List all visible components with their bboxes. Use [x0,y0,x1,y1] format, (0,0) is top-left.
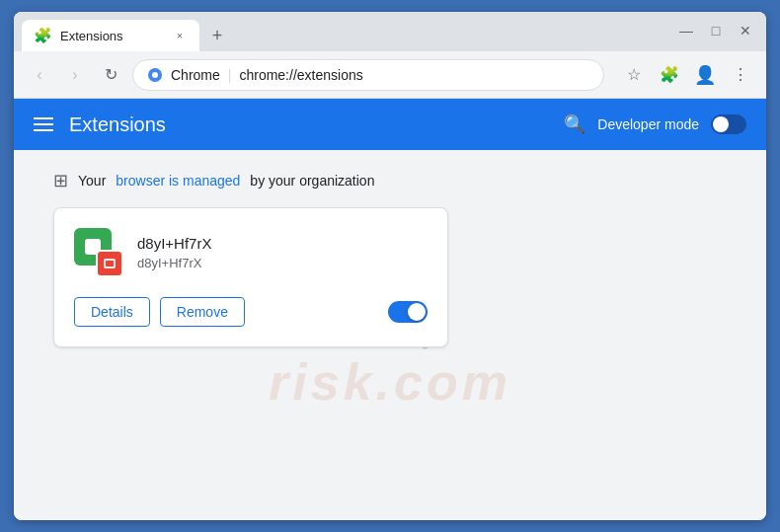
back-button[interactable]: ‹ [26,61,53,89]
tab-title: Extensions [60,29,164,43]
extensions-puzzle-icon[interactable]: 🧩 [656,61,683,89]
extension-icon-wrapper [74,228,123,277]
chrome-label: Chrome [171,67,220,83]
reload-button[interactable]: ↻ [97,61,124,89]
developer-mode-label: Developer mode [597,116,699,132]
managed-grid-icon: ⊞ [53,170,68,191]
tab-close-button[interactable]: × [172,28,188,43]
url-text: chrome://extensions [239,67,362,83]
main-content: 🔍 risk.com ⊞ Your browser is managed by … [14,150,766,520]
address-divider: | [228,67,232,83]
hamburger-line-3 [34,129,53,131]
developer-mode-toggle[interactable] [711,114,746,134]
extension-toggle-knob [408,303,426,321]
window-controls: — □ ✕ [677,22,754,39]
extensions-header: Extensions 🔍 Developer mode [14,99,766,150]
extension-card: d8yI+Hf7rX d8yI+Hf7rX Details Remove [53,207,448,347]
managed-notice: ⊞ Your browser is managed by your organi… [53,170,727,191]
tab-extension-icon: 🧩 [34,27,52,44]
extension-text: d8yI+Hf7rX d8yI+Hf7rX [137,235,211,270]
forward-button[interactable]: › [61,61,89,89]
minimize-button[interactable]: — [677,22,695,39]
profile-icon[interactable]: 👤 [691,61,719,89]
hamburger-menu[interactable] [34,117,53,131]
address-field[interactable]: Chrome | chrome://extensions [132,59,604,91]
menu-icon[interactable]: ⋮ [727,61,754,89]
hamburger-line-2 [34,123,53,125]
address-icons: ☆ 🧩 👤 ⋮ [620,61,754,89]
extension-badge-icon [96,250,123,277]
toggle-knob [713,116,729,132]
extension-id: d8yI+Hf7rX [137,256,211,270]
managed-link[interactable]: browser is managed [116,173,240,189]
extension-name: d8yI+Hf7rX [137,235,211,252]
badge-icon-svg [103,257,117,270]
svg-rect-4 [106,261,114,266]
browser-tab[interactable]: 🧩 Extensions × [22,20,199,51]
title-bar: 🧩 Extensions × + — □ ✕ [14,12,766,51]
address-bar: ‹ › ↻ Chrome | chrome://extensions ☆ 🧩 👤… [14,51,766,99]
extension-info: d8yI+Hf7rX d8yI+Hf7rX [74,228,428,277]
extensions-page-title: Extensions [69,114,166,136]
header-right: 🔍 Developer mode [564,114,746,135]
managed-text-before: Your [78,173,106,189]
details-button[interactable]: Details [74,297,150,327]
hamburger-line-1 [34,117,53,119]
browser-window: 🧩 Extensions × + — □ ✕ ‹ › ↻ Chrome | ch… [14,12,766,520]
bookmark-icon[interactable]: ☆ [620,61,648,89]
extension-actions: Details Remove [74,297,428,327]
search-button[interactable]: 🔍 [564,114,585,135]
close-window-button[interactable]: ✕ [737,22,754,39]
chrome-logo-icon [147,67,163,83]
new-tab-button[interactable]: + [203,22,231,49]
maximize-button[interactable]: □ [707,22,725,39]
managed-text-after: by your organization [250,173,374,189]
svg-point-1 [152,72,158,78]
extension-enable-toggle[interactable] [388,301,428,323]
remove-button[interactable]: Remove [160,297,245,327]
watermark-text: risk.com [269,352,511,412]
